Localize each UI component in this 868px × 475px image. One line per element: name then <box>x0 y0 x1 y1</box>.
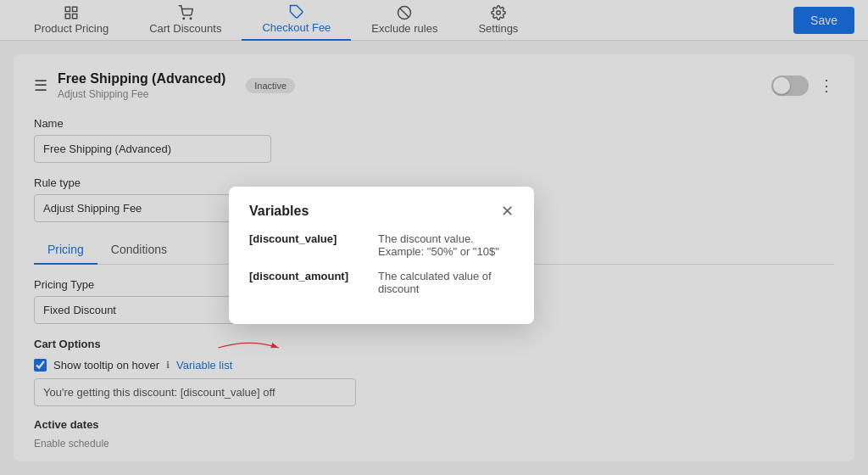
variable-name-1: [discount_amount] <box>249 270 368 295</box>
variables-modal: Variables ✕ [discount_value] The discoun… <box>229 187 534 324</box>
variable-desc-0: The discount value. Example: "50%" or "1… <box>378 232 514 258</box>
arrow-svg <box>216 335 284 360</box>
variable-desc-1: The calculated value of discount <box>378 270 514 295</box>
modal-title: Variables <box>249 204 309 219</box>
arrow-pointer <box>216 335 284 364</box>
variable-row-0: [discount_value] The discount value. Exa… <box>249 232 514 258</box>
variable-name-0: [discount_value] <box>249 232 368 258</box>
variables-table: [discount_value] The discount value. Exa… <box>249 232 514 295</box>
variable-row-1: [discount_amount] The calculated value o… <box>249 270 514 295</box>
modal-close-button[interactable]: ✕ <box>501 204 514 219</box>
modal-header: Variables ✕ <box>249 204 514 219</box>
